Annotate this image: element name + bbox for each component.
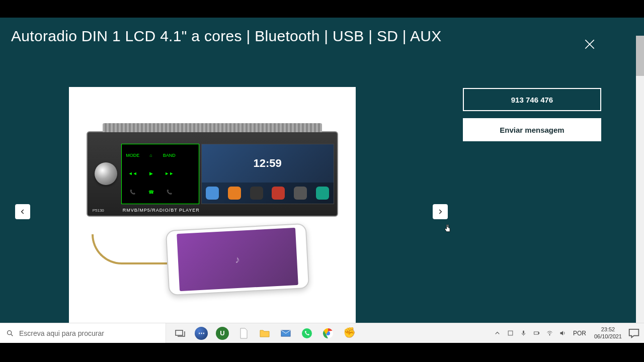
taskbar-apps: ⋯ U ✊ bbox=[166, 323, 363, 343]
taskbar-clock[interactable]: 23:52 06/10/2021 bbox=[590, 326, 626, 339]
send-message-button[interactable]: Enviar mensagem bbox=[463, 118, 601, 141]
claw-icon: ✊ bbox=[343, 327, 355, 339]
svg-point-3 bbox=[302, 328, 312, 338]
search-icon bbox=[6, 329, 14, 337]
app-icon-document[interactable] bbox=[234, 324, 253, 342]
svg-point-0 bbox=[8, 330, 12, 334]
image-gallery: MODE⌂BAND ◄◄▶►► 📞☎📞 12:59 RMVB/MP5/RADIO… bbox=[15, 87, 448, 336]
smartphone-graphic: ♪ bbox=[165, 223, 309, 295]
vertical-scrollbar[interactable] bbox=[636, 36, 644, 323]
tray-app-icon[interactable] bbox=[505, 325, 517, 341]
tray-wifi-button[interactable] bbox=[544, 325, 556, 341]
app-icon-claw[interactable]: ✊ bbox=[340, 324, 358, 342]
tray-expand-button[interactable] bbox=[492, 325, 504, 341]
svg-rect-1 bbox=[176, 330, 183, 335]
page-title: Autoradio DIN 1 LCD 4.1" a cores | Bluet… bbox=[0, 18, 644, 45]
gallery-prev-button[interactable] bbox=[15, 204, 30, 219]
taskbar-search[interactable]: Escreva aqui para procurar bbox=[0, 323, 166, 343]
close-button[interactable] bbox=[583, 38, 596, 51]
svg-rect-7 bbox=[523, 331, 525, 334]
language-indicator[interactable]: POR bbox=[570, 330, 589, 337]
letterbox-bottom bbox=[0, 343, 644, 362]
product-image: MODE⌂BAND ◄◄▶►► 📞☎📞 12:59 RMVB/MP5/RADIO… bbox=[69, 87, 356, 336]
system-tray: POR 23:52 06/10/2021 bbox=[489, 323, 644, 343]
phone-button[interactable]: 913 746 476 bbox=[463, 88, 601, 111]
task-view-button[interactable] bbox=[171, 324, 189, 342]
radio-clock-display: 12:59 bbox=[202, 144, 334, 183]
svg-point-10 bbox=[549, 335, 550, 335]
app-icon-1[interactable]: ⋯ bbox=[192, 324, 210, 342]
chrome-icon bbox=[322, 327, 334, 339]
cta-sidebar: 913 746 476 Enviar mensagem bbox=[463, 88, 601, 141]
chevron-right-icon bbox=[437, 208, 444, 215]
chrome-button[interactable] bbox=[319, 324, 337, 342]
action-center-button[interactable] bbox=[627, 326, 641, 340]
volume-knob-graphic bbox=[95, 162, 117, 185]
svg-rect-9 bbox=[539, 332, 539, 334]
aux-cable-graphic bbox=[92, 234, 167, 264]
microphone-icon bbox=[520, 329, 527, 337]
close-icon bbox=[583, 38, 596, 51]
document-icon bbox=[237, 327, 250, 339]
wifi-icon bbox=[546, 329, 553, 337]
mail-icon bbox=[280, 327, 292, 339]
chevron-left-icon bbox=[19, 208, 26, 215]
player-label: RMVB/MP5/RADIO/BT PLAYER bbox=[123, 208, 200, 213]
svg-rect-8 bbox=[534, 332, 539, 334]
scrollbar-thumb[interactable] bbox=[636, 36, 644, 76]
svg-rect-6 bbox=[509, 331, 513, 335]
app-icon-2[interactable]: U bbox=[213, 324, 231, 342]
letterbox-top bbox=[0, 0, 644, 18]
tray-mic-button[interactable] bbox=[518, 325, 530, 341]
car-radio-illustration: MODE⌂BAND ◄◄▶►► 📞☎📞 12:59 RMVB/MP5/RADIO… bbox=[87, 131, 338, 217]
battery-icon bbox=[533, 329, 540, 337]
send-message-label: Enviar mensagem bbox=[500, 126, 564, 134]
whatsapp-button[interactable] bbox=[298, 324, 316, 342]
task-view-icon bbox=[174, 327, 186, 339]
search-placeholder: Escreva aqui para procurar bbox=[19, 329, 104, 337]
clock-date: 06/10/2021 bbox=[594, 333, 622, 340]
phone-number: 913 746 476 bbox=[511, 96, 553, 104]
model-label: P5130 bbox=[93, 208, 104, 213]
square-icon bbox=[507, 329, 514, 337]
tray-battery-button[interactable] bbox=[531, 325, 543, 341]
tray-volume-button[interactable] bbox=[557, 325, 569, 341]
windows-taskbar: Escreva aqui para procurar ⋯ U ✊ bbox=[0, 323, 644, 343]
whatsapp-icon bbox=[301, 327, 313, 339]
clock-time: 23:52 bbox=[594, 326, 622, 333]
app-icon-mail[interactable] bbox=[277, 324, 295, 342]
folder-icon bbox=[259, 327, 271, 339]
file-explorer-button[interactable] bbox=[256, 324, 274, 342]
listing-modal: Autoradio DIN 1 LCD 4.1" a cores | Bluet… bbox=[0, 18, 644, 323]
notification-icon bbox=[627, 326, 641, 340]
gallery-next-button[interactable] bbox=[433, 204, 448, 219]
speaker-icon bbox=[559, 329, 567, 337]
chevron-up-icon bbox=[494, 329, 501, 337]
